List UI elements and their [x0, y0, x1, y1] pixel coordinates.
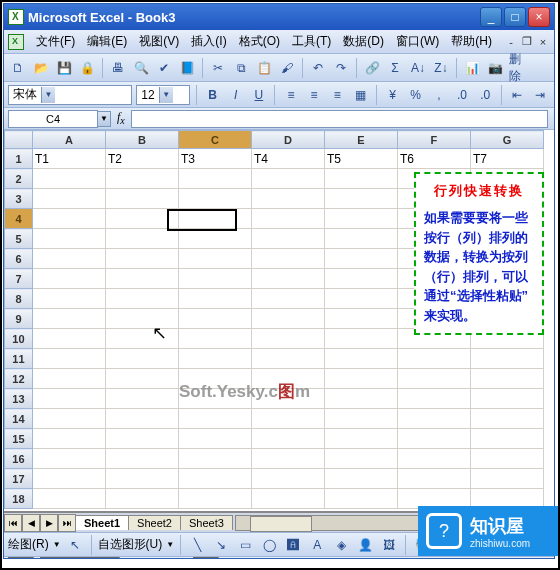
row-header-15[interactable]: 15: [5, 429, 33, 449]
textbox-icon[interactable]: 🅰: [283, 535, 303, 555]
arrow-icon[interactable]: ↘: [211, 535, 231, 555]
fx-icon[interactable]: fx: [117, 110, 125, 126]
row-header-2[interactable]: 2: [5, 169, 33, 189]
cell-F1[interactable]: T6: [397, 149, 470, 169]
menu-view[interactable]: 视图(V): [133, 31, 185, 52]
delete-icon[interactable]: 删除: [508, 58, 528, 78]
paste-icon[interactable]: 📋: [254, 58, 274, 78]
increase-decimal-icon[interactable]: .0: [452, 85, 471, 105]
formula-input[interactable]: [131, 110, 548, 128]
percent-icon[interactable]: %: [406, 85, 425, 105]
new-icon[interactable]: 🗋: [8, 58, 28, 78]
close-button[interactable]: ×: [528, 7, 550, 27]
merge-center-icon[interactable]: ▦: [351, 85, 370, 105]
col-header-F[interactable]: F: [397, 131, 470, 149]
menu-insert[interactable]: 插入(I): [185, 31, 232, 52]
ime-button-4[interactable]: ◐: [225, 559, 249, 560]
undo-icon[interactable]: ↶: [308, 58, 328, 78]
row-header-4[interactable]: 4: [5, 209, 33, 229]
row-header-9[interactable]: 9: [5, 309, 33, 329]
hyperlink-icon[interactable]: 🔗: [362, 58, 382, 78]
comma-icon[interactable]: ,: [429, 85, 448, 105]
row-header-18[interactable]: 18: [5, 489, 33, 509]
cut-icon[interactable]: ✂: [208, 58, 228, 78]
chevron-down-icon[interactable]: ▼: [159, 87, 173, 103]
row-header-12[interactable]: 12: [5, 369, 33, 389]
row-header-5[interactable]: 5: [5, 229, 33, 249]
font-size-combo[interactable]: 12 ▼: [136, 85, 190, 105]
spelling-icon[interactable]: ✔: [154, 58, 174, 78]
row-header-16[interactable]: 16: [5, 449, 33, 469]
minimize-button[interactable]: _: [480, 7, 502, 27]
col-header-D[interactable]: D: [251, 131, 324, 149]
row-header-1[interactable]: 1: [5, 149, 33, 169]
font-name-combo[interactable]: 宋体 ▼: [8, 85, 132, 105]
redo-icon[interactable]: ↷: [331, 58, 351, 78]
align-center-icon[interactable]: ≡: [305, 85, 324, 105]
ime-button-3[interactable]: 。: [193, 557, 219, 559]
menu-tools[interactable]: 工具(T): [286, 31, 337, 52]
ime-indicator-2[interactable]: 快乐五笔: [40, 557, 120, 559]
line-icon[interactable]: ╲: [187, 535, 207, 555]
research-icon[interactable]: 📘: [177, 58, 197, 78]
maximize-button[interactable]: □: [504, 7, 526, 27]
camera-icon[interactable]: 📷: [485, 58, 505, 78]
workbook-minimize-button[interactable]: -: [504, 35, 518, 49]
sheet-tab-1[interactable]: Sheet1: [75, 515, 129, 530]
open-icon[interactable]: 📂: [31, 58, 51, 78]
currency-icon[interactable]: ¥: [383, 85, 402, 105]
sort-desc-icon[interactable]: Z↓: [431, 58, 451, 78]
row-header-14[interactable]: 14: [5, 409, 33, 429]
decrease-decimal-icon[interactable]: .0: [476, 85, 495, 105]
autoshapes-menu[interactable]: 自选图形(U): [98, 536, 163, 553]
row-header-3[interactable]: 3: [5, 189, 33, 209]
sheet-tab-2[interactable]: Sheet2: [128, 515, 181, 530]
wordart-icon[interactable]: A: [307, 535, 327, 555]
row-header-7[interactable]: 7: [5, 269, 33, 289]
menu-format[interactable]: 格式(O): [233, 31, 286, 52]
tab-prev-icon[interactable]: ◀: [22, 514, 40, 532]
row-header-13[interactable]: 13: [5, 389, 33, 409]
cell-G1[interactable]: T7: [470, 149, 543, 169]
preview-icon[interactable]: 🔍: [131, 58, 151, 78]
underline-icon[interactable]: U: [249, 85, 268, 105]
menu-edit[interactable]: 编辑(E): [81, 31, 133, 52]
oval-icon[interactable]: ◯: [259, 535, 279, 555]
cell-D1[interactable]: T4: [251, 149, 324, 169]
tab-first-icon[interactable]: ⏮: [4, 514, 22, 532]
tab-last-icon[interactable]: ⏭: [58, 514, 76, 532]
col-header-A[interactable]: A: [32, 131, 105, 149]
name-box[interactable]: C4: [8, 110, 98, 128]
select-objects-icon[interactable]: ↖: [65, 535, 85, 555]
chevron-down-icon[interactable]: ▼: [41, 87, 55, 103]
workbook-icon[interactable]: [8, 34, 24, 50]
align-right-icon[interactable]: ≡: [328, 85, 347, 105]
rectangle-icon[interactable]: ▭: [235, 535, 255, 555]
format-painter-icon[interactable]: 🖌: [277, 58, 297, 78]
menu-file[interactable]: 文件(F): [30, 31, 81, 52]
menu-window[interactable]: 窗口(W): [390, 31, 445, 52]
cell-C4[interactable]: [178, 209, 251, 229]
ime-button-2[interactable]: ✎: [163, 559, 187, 560]
workbook-restore-button[interactable]: ❐: [520, 35, 534, 49]
align-left-icon[interactable]: ≡: [281, 85, 300, 105]
save-icon[interactable]: 💾: [54, 58, 74, 78]
cell-C1[interactable]: T3: [178, 149, 251, 169]
cell-A1[interactable]: T1: [32, 149, 105, 169]
clipart-icon[interactable]: 👤: [355, 535, 375, 555]
increase-indent-icon[interactable]: ⇥: [531, 85, 550, 105]
row-header-11[interactable]: 11: [5, 349, 33, 369]
col-header-G[interactable]: G: [470, 131, 543, 149]
cell-B1[interactable]: T2: [105, 149, 178, 169]
row-header-17[interactable]: 17: [5, 469, 33, 489]
row-header-10[interactable]: 10: [5, 329, 33, 349]
decrease-indent-icon[interactable]: ⇤: [508, 85, 527, 105]
ime-button[interactable]: ⌨: [126, 559, 157, 560]
col-header-C[interactable]: C: [178, 131, 251, 149]
sheet-tab-3[interactable]: Sheet3: [180, 515, 233, 530]
picture-icon[interactable]: 🖼: [379, 535, 399, 555]
copy-icon[interactable]: ⧉: [231, 58, 251, 78]
col-header-E[interactable]: E: [324, 131, 397, 149]
worksheet-grid[interactable]: A B C D E F G 1 T1 T2 T3 T4 T5 T6 T7 2 3…: [4, 130, 554, 512]
bold-icon[interactable]: B: [203, 85, 222, 105]
